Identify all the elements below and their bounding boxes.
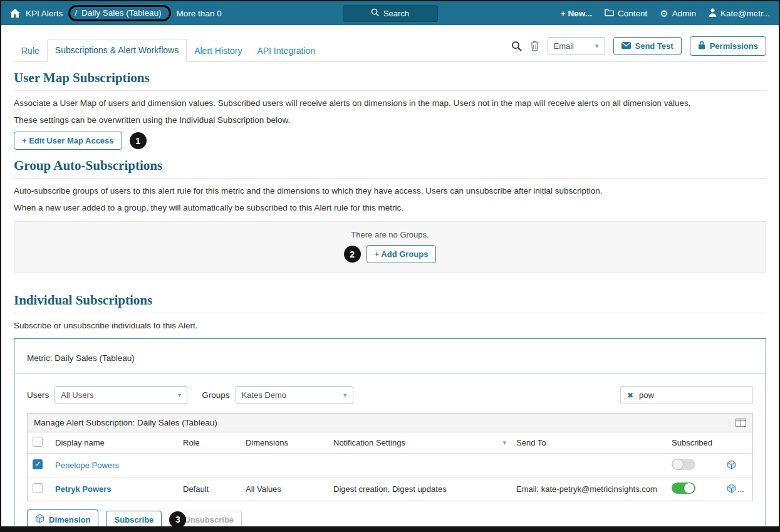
annotation-step-1: 1 bbox=[130, 132, 147, 149]
groups-select-value: Kates Demo bbox=[242, 390, 287, 400]
dimension-button-label: Dimension bbox=[49, 515, 90, 524]
breadcrumb: KPI Alerts / Daily Sales (Tableau) More … bbox=[10, 8, 343, 19]
group-auto-subscriptions-heading: Group Auto-Subscriptions bbox=[14, 158, 766, 179]
dimension-cube-icon[interactable] bbox=[727, 460, 736, 471]
folder-icon bbox=[605, 9, 614, 18]
individual-subscriptions-heading: Individual Subscriptions bbox=[14, 293, 766, 313]
page-content: Rule Subscriptions & Alert Workflows Ale… bbox=[1, 25, 779, 532]
dimension-cube-icon bbox=[35, 514, 44, 525]
user-map-description: Associate a User Map of users and dimens… bbox=[14, 98, 766, 108]
add-groups-button[interactable]: + Add Groups bbox=[367, 245, 437, 263]
tabs-row: Rule Subscriptions & Alert Workflows Ale… bbox=[14, 25, 766, 62]
row-checkbox[interactable] bbox=[33, 459, 43, 469]
content-menu[interactable]: Content bbox=[605, 9, 647, 18]
global-search[interactable]: Search bbox=[343, 5, 438, 22]
col-send-to[interactable]: Send To bbox=[511, 432, 667, 454]
breadcrumb-current[interactable]: Daily Sales (Tableau) bbox=[81, 8, 162, 18]
tab-alert-history[interactable]: Alert History bbox=[187, 40, 249, 62]
subscribe-button[interactable]: Subscribe bbox=[106, 511, 162, 529]
tabs: Rule Subscriptions & Alert Workflows Ale… bbox=[14, 39, 323, 61]
table-row: Petryk Powers Default All Values Digest … bbox=[28, 477, 752, 501]
col-notification-settings[interactable]: Notification Settings ▾ bbox=[328, 432, 511, 454]
user-icon bbox=[709, 8, 717, 19]
select-all-checkbox[interactable] bbox=[33, 437, 43, 447]
user-map-subscriptions-heading: User Map Subscriptions bbox=[14, 70, 766, 91]
toolbar: Email ▾ Send Test Permissions bbox=[511, 36, 767, 61]
unsubscribe-button[interactable]: Unsubscribe bbox=[176, 511, 242, 529]
notification-type-select[interactable]: Email ▾ bbox=[548, 37, 605, 55]
gear-icon: ⚙ bbox=[660, 9, 668, 18]
table-header-row: Display name Role Dimensions Notificatio… bbox=[28, 432, 752, 454]
user-menu-label: Kate@metr... bbox=[720, 9, 770, 18]
clear-filter-icon[interactable]: ✖ bbox=[627, 391, 633, 400]
topbar-right: + New... Content ⚙ Admin Kate@metr... bbox=[438, 8, 771, 19]
admin-menu[interactable]: ⚙ Admin bbox=[660, 9, 696, 18]
new-button[interactable]: + New... bbox=[561, 9, 592, 18]
dimension-button[interactable]: Dimension bbox=[27, 509, 98, 529]
chevron-down-icon: ▾ bbox=[343, 391, 347, 399]
send-test-label: Send Test bbox=[635, 41, 673, 51]
name-filter-input[interactable]: ✖ pow bbox=[620, 386, 753, 404]
dimension-cube-icon[interactable] bbox=[727, 484, 736, 495]
tab-subscriptions-alert-workflows[interactable]: Subscriptions & Alert Workflows bbox=[47, 39, 187, 62]
table-title: Manage Alert Subscription: Daily Sales (… bbox=[34, 418, 217, 427]
home-icon[interactable] bbox=[10, 9, 20, 18]
admin-menu-label: Admin bbox=[672, 9, 696, 18]
filters-row: Users All Users ▾ Groups Kates Demo ▾ ✖ … bbox=[14, 374, 766, 410]
content-menu-label: Content bbox=[618, 9, 647, 18]
name-filter-value: pow bbox=[639, 390, 654, 400]
chevron-down-icon[interactable]: ▾ bbox=[502, 439, 506, 447]
app-window: KPI Alerts / Daily Sales (Tableau) More … bbox=[0, 0, 780, 532]
user-name-link[interactable]: Petryk Powers bbox=[55, 484, 112, 494]
groups-empty-panel: There are no Groups. 2 + Add Groups bbox=[14, 221, 766, 273]
table-row: Penelope Powers bbox=[28, 454, 752, 477]
edit-user-map-access-button[interactable]: + Edit User Map Access bbox=[14, 132, 122, 150]
subscriptions-table: Manage Alert Subscription: Daily Sales (… bbox=[27, 413, 753, 501]
panel-actions: Dimension Subscribe 3 Unsubscribe bbox=[14, 501, 766, 532]
group-auto-description: Auto-subscribe groups of users to this a… bbox=[14, 186, 766, 196]
metric-label: Metric: Daily Sales (Tableau) bbox=[14, 339, 766, 374]
trash-icon[interactable] bbox=[530, 41, 539, 51]
column-chooser-icon[interactable] bbox=[729, 419, 746, 427]
group-auto-description-2: When a new user added to a group, they w… bbox=[14, 203, 766, 212]
breadcrumb-separator: / bbox=[75, 8, 77, 18]
individual-subscriptions-panel: Metric: Daily Sales (Tableau) Users All … bbox=[14, 338, 766, 532]
send-test-button[interactable]: Send Test bbox=[613, 37, 682, 55]
individual-description: Subscribe or unsubscribe individuals to … bbox=[14, 321, 766, 330]
new-button-label: + New... bbox=[561, 9, 592, 18]
row-checkbox[interactable] bbox=[33, 483, 43, 493]
permissions-label: Permissions bbox=[710, 41, 758, 51]
user-map-description-2: These settings can be overwritten using … bbox=[14, 115, 766, 125]
breadcrumb-suffix: More than 0 bbox=[177, 9, 222, 18]
groups-label: Groups bbox=[202, 390, 229, 400]
tab-rule[interactable]: Rule bbox=[14, 40, 47, 62]
more-indicator: ... bbox=[737, 484, 744, 494]
search-icon bbox=[371, 8, 379, 18]
annotation-step-3: 3 bbox=[169, 511, 186, 528]
col-subscribed[interactable]: Subscribed bbox=[667, 432, 722, 454]
chevron-down-icon: ▾ bbox=[595, 42, 599, 50]
users-select-value: All Users bbox=[61, 390, 93, 400]
annotation-step-2: 2 bbox=[344, 246, 361, 263]
search-label: Search bbox=[383, 9, 409, 18]
tab-api-integration[interactable]: API Integration bbox=[249, 40, 323, 62]
subscribed-toggle[interactable] bbox=[672, 482, 695, 494]
col-dimensions[interactable]: Dimensions bbox=[241, 432, 328, 454]
col-display-name[interactable]: Display name bbox=[50, 432, 178, 454]
lock-icon bbox=[698, 41, 705, 51]
permissions-button[interactable]: Permissions bbox=[690, 36, 766, 56]
subscribed-toggle[interactable] bbox=[672, 459, 695, 470]
notification-type-value: Email bbox=[554, 41, 575, 51]
no-groups-text: There are no Groups. bbox=[14, 230, 766, 239]
col-role[interactable]: Role bbox=[178, 432, 241, 454]
topbar: KPI Alerts / Daily Sales (Tableau) More … bbox=[1, 1, 779, 25]
search-icon[interactable] bbox=[511, 41, 522, 51]
users-label: Users bbox=[27, 390, 49, 400]
envelope-icon bbox=[621, 41, 631, 51]
user-name-link[interactable]: Penelope Powers bbox=[55, 461, 119, 470]
groups-select[interactable]: Kates Demo ▾ bbox=[236, 386, 353, 404]
user-menu[interactable]: Kate@metr... bbox=[709, 8, 770, 19]
users-select[interactable]: All Users ▾ bbox=[55, 386, 187, 404]
breadcrumb-highlight-annotation: / Daily Sales (Tableau) bbox=[68, 5, 170, 21]
breadcrumb-root-link[interactable]: KPI Alerts bbox=[26, 9, 63, 18]
